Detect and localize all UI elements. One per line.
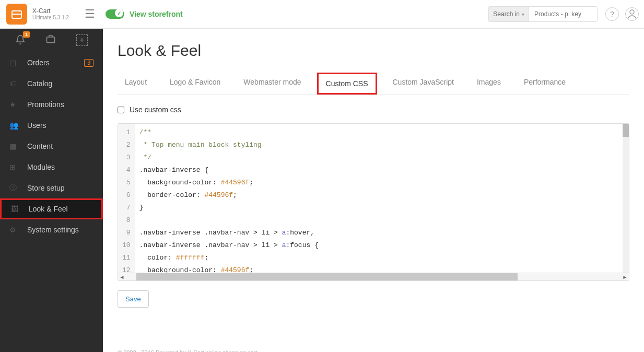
sidebar-shortcuts: 1 + — [0, 29, 103, 52]
save-button[interactable]: Save — [118, 290, 149, 308]
search-box: Search in — [488, 6, 598, 22]
top-bar: X-Cart Ultimate 5.3.1.2 ☰ View storefron… — [0, 0, 644, 29]
sidebar: 1 + ▤ Orders 3 🏷 Catalog ★ Promotions 👥 … — [0, 29, 103, 352]
editor-hscroll[interactable]: ◄► — [118, 273, 629, 280]
line-gutter: 123456789101112 — [118, 124, 135, 273]
promotions-icon: ★ — [9, 100, 20, 109]
code-editor[interactable]: 123456789101112 /** * Top menu main bloc… — [118, 123, 629, 281]
tab-images[interactable]: Images — [470, 73, 508, 95]
tab-custom-js[interactable]: Custom JavaScript — [385, 73, 461, 95]
brand-text: X-Cart Ultimate 5.3.1.2 — [32, 7, 69, 21]
search-input[interactable] — [529, 7, 597, 21]
svg-point-1 — [630, 10, 634, 14]
code-lines[interactable]: /** * Top menu main block styling */.nav… — [135, 124, 629, 273]
users-icon: 👥 — [9, 121, 20, 130]
page-title: Look & Feel — [118, 42, 629, 60]
notifications-icon[interactable]: 1 — [15, 34, 26, 46]
tab-logo-favicon[interactable]: Logo & Favicon — [162, 73, 228, 95]
menu-toggle-icon[interactable]: ☰ — [85, 7, 95, 21]
catalog-icon: 🏷 — [9, 79, 20, 88]
top-right: Search in ? — [488, 6, 639, 22]
logo[interactable] — [6, 4, 27, 25]
nav-store-setup[interactable]: ⓘ Store setup — [0, 178, 103, 198]
tab-webmaster[interactable]: Webmaster mode — [236, 73, 308, 95]
notifications-badge: 1 — [23, 31, 30, 38]
nav-orders[interactable]: ▤ Orders 3 — [0, 52, 103, 73]
orders-badge: 3 — [84, 59, 93, 67]
modules-icon: ⊞ — [9, 163, 20, 171]
search-in-dropdown[interactable]: Search in — [489, 7, 529, 21]
use-custom-css-checkbox[interactable] — [118, 107, 124, 113]
storefront-toggle[interactable] — [106, 9, 124, 19]
nav-users[interactable]: 👥 Users — [0, 115, 103, 136]
svg-rect-2 — [47, 37, 55, 42]
user-icon[interactable] — [625, 7, 639, 21]
orders-icon: ▤ — [9, 58, 20, 67]
footer-text: © 2002 - 2016 Powered by X-Cart online s… — [118, 349, 629, 352]
use-custom-css-row: Use custom css — [118, 105, 629, 114]
look-feel-icon: 🖼 — [11, 205, 21, 213]
brand-version: Ultimate 5.3.1.2 — [32, 15, 69, 21]
system-settings-icon: ⚙ — [9, 226, 20, 234]
storefront-link[interactable]: View storefront — [106, 9, 183, 19]
editor-vscroll[interactable] — [623, 124, 629, 273]
marketplace-icon[interactable] — [45, 34, 56, 47]
tab-custom-css[interactable]: Custom CSS — [317, 73, 377, 95]
content-icon: ▦ — [9, 142, 20, 150]
nav-catalog[interactable]: 🏷 Catalog — [0, 73, 103, 94]
help-icon[interactable]: ? — [605, 7, 619, 21]
tab-performance[interactable]: Performance — [517, 73, 573, 95]
main-content: Look & Feel Layout Logo & Favicon Webmas… — [103, 29, 644, 352]
storefront-label: View storefront — [130, 10, 183, 18]
tab-layout[interactable]: Layout — [118, 73, 154, 95]
nav-system-settings[interactable]: ⚙ System settings — [0, 219, 103, 240]
store-setup-icon: ⓘ — [9, 183, 20, 193]
nav-modules[interactable]: ⊞ Modules — [0, 157, 103, 178]
quick-add-icon[interactable]: + — [76, 34, 88, 46]
tabs: Layout Logo & Favicon Webmaster mode Cus… — [118, 73, 629, 95]
nav-content[interactable]: ▦ Content — [0, 136, 103, 157]
brand-name: X-Cart — [32, 7, 69, 15]
nav-promotions[interactable]: ★ Promotions — [0, 94, 103, 115]
nav-look-feel[interactable]: 🖼 Look & Feel — [0, 198, 103, 219]
use-custom-css-label: Use custom css — [130, 105, 181, 114]
